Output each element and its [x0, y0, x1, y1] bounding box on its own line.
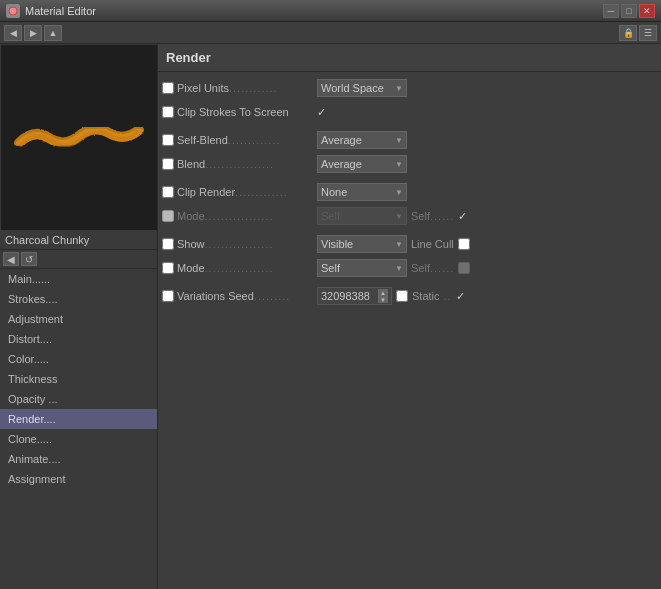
ctrl-show: Visible ▼ Line Cull — [317, 235, 657, 253]
toolbar-up-arrow[interactable]: ▲ — [44, 25, 62, 41]
check-mode2[interactable] — [162, 262, 174, 274]
mode-checkmark: ✓ — [458, 210, 467, 223]
label-clip-strokes: Clip Strokes To Screen — [162, 106, 317, 118]
chevron-down-icon: ▼ — [395, 84, 403, 93]
sidebar-item-adjustment[interactable]: Adjustment — [0, 309, 157, 329]
sidebar-item-assignment[interactable]: Assignment — [0, 469, 157, 489]
check-mode2-right[interactable] — [458, 262, 470, 274]
sidebar-item-main[interactable]: Main...... — [0, 269, 157, 289]
label-clip-render: Clip Render............. — [162, 186, 317, 198]
minimize-button[interactable]: ─ — [603, 4, 619, 18]
ctrl-pixel-units: World Space ▼ — [317, 79, 657, 97]
static-checkmark: ✓ — [456, 290, 465, 303]
toolbar-lock[interactable]: 🔒 — [619, 25, 637, 41]
num-spinner: ▲ ▼ — [378, 289, 388, 303]
check-show[interactable] — [162, 238, 174, 250]
chevron-down-icon-2: ▼ — [395, 136, 403, 145]
seed-right: Static .. ✓ — [396, 290, 657, 303]
svg-point-5 — [68, 137, 71, 140]
window-title: Material Editor — [25, 5, 603, 17]
num-value: 32098388 — [321, 290, 370, 302]
row-mode2: Mode................. Self ▼ Self...... — [162, 258, 657, 278]
svg-point-3 — [43, 139, 46, 142]
check-pixel-units[interactable] — [162, 82, 174, 94]
label-self-blend: Self-Blend............. — [162, 134, 317, 146]
label-variations-seed: Variations Seed......... — [162, 290, 317, 302]
static-label: Static — [412, 290, 440, 302]
nav-list: Main...... Strokes.... Adjustment Distor… — [0, 269, 157, 589]
sidebar-item-animate[interactable]: Animate.... — [0, 449, 157, 469]
svg-point-4 — [53, 145, 55, 147]
label-pixel-units: Pixel Units............ — [162, 82, 317, 94]
ctrl-self-blend: Average ▼ — [317, 131, 657, 149]
dropdown-self-blend[interactable]: Average ▼ — [317, 131, 407, 149]
panel-header: Render — [158, 44, 661, 72]
chevron-down-icon-4: ▼ — [395, 188, 403, 197]
dropdown-clip-render[interactable]: None ▼ — [317, 183, 407, 201]
right-panel: Render Pixel Units............ World Spa… — [158, 44, 661, 589]
row-pixel-units: Pixel Units............ World Space ▼ — [162, 78, 657, 98]
clip-strokes-checkmark: ✓ — [317, 106, 326, 119]
label-mode: Mode................. — [162, 210, 317, 222]
dropdown-pixel-units[interactable]: World Space ▼ — [317, 79, 407, 97]
check-blend[interactable] — [162, 158, 174, 170]
sidebar-item-distort[interactable]: Distort.... — [0, 329, 157, 349]
dropdown-mode2[interactable]: Self ▼ — [317, 259, 407, 277]
ctrl-mode2: Self ▼ Self...... — [317, 259, 657, 277]
dropdown-mode: Self ▼ — [317, 207, 407, 225]
dropdown-blend[interactable]: Average ▼ — [317, 155, 407, 173]
material-name: Charcoal Chunky — [0, 231, 157, 250]
row-blend: Blend................. Average ▼ — [162, 154, 657, 174]
check-line-cull[interactable] — [458, 238, 470, 250]
svg-point-6 — [83, 132, 85, 134]
row-self-blend: Self-Blend............. Average ▼ — [162, 130, 657, 150]
mode2-right-label: Self...... — [411, 262, 454, 274]
preview-stroke — [9, 108, 149, 168]
mode-right: Self...... ✓ — [411, 210, 657, 223]
ctrl-mode: Self ▼ Self...... ✓ — [317, 207, 657, 225]
row-clip-strokes: Clip Strokes To Screen ✓ — [162, 102, 657, 122]
spin-up[interactable]: ▲ — [378, 289, 388, 296]
main-layout: Charcoal Chunky ◀ ↺ Main...... Strokes..… — [0, 44, 661, 589]
sidebar-item-render[interactable]: Render.... — [0, 409, 157, 429]
app-icon — [6, 4, 20, 18]
label-blend: Blend................. — [162, 158, 317, 170]
dropdown-show[interactable]: Visible ▼ — [317, 235, 407, 253]
row-show: Show................. Visible ▼ Line Cul… — [162, 234, 657, 254]
check-mode[interactable] — [162, 210, 174, 222]
left-panel-refresh[interactable]: ↺ — [21, 252, 37, 266]
toolbar-menu[interactable]: ☰ — [639, 25, 657, 41]
chevron-down-icon-5: ▼ — [395, 212, 403, 221]
check-variations-seed[interactable] — [162, 290, 174, 302]
svg-point-8 — [113, 135, 115, 137]
sidebar-item-opacity[interactable]: Opacity ... — [0, 389, 157, 409]
preview-area — [1, 45, 157, 230]
mode2-right: Self...... — [411, 262, 657, 274]
toolbar: ◀ ▶ ▲ 🔒 ☰ — [0, 22, 661, 44]
sidebar-item-clone[interactable]: Clone..... — [0, 429, 157, 449]
chevron-down-icon-3: ▼ — [395, 160, 403, 169]
label-show: Show................. — [162, 238, 317, 250]
num-variations-seed: 32098388 ▲ ▼ — [317, 287, 392, 305]
maximize-button[interactable]: □ — [621, 4, 637, 18]
chevron-down-icon-7: ▼ — [395, 264, 403, 273]
sidebar-item-color[interactable]: Color..... — [0, 349, 157, 369]
close-button[interactable]: ✕ — [639, 4, 655, 18]
check-clip-strokes[interactable] — [162, 106, 174, 118]
toolbar-left-arrow[interactable]: ◀ — [4, 25, 22, 41]
sidebar-item-strokes[interactable]: Strokes.... — [0, 289, 157, 309]
left-panel-controls: ◀ ↺ — [0, 250, 157, 269]
spin-down[interactable]: ▼ — [378, 296, 388, 303]
toolbar-right-arrow[interactable]: ▶ — [24, 25, 42, 41]
left-panel: Charcoal Chunky ◀ ↺ Main...... Strokes..… — [0, 44, 158, 589]
line-cull-label: Line Cull — [411, 238, 454, 250]
ctrl-blend: Average ▼ — [317, 155, 657, 173]
sidebar-item-thickness[interactable]: Thickness — [0, 369, 157, 389]
check-static-left[interactable] — [396, 290, 408, 302]
svg-point-1 — [23, 138, 26, 141]
left-panel-arrow[interactable]: ◀ — [3, 252, 19, 266]
window-controls: ─ □ ✕ — [603, 4, 655, 18]
check-self-blend[interactable] — [162, 134, 174, 146]
row-clip-render: Clip Render............. None ▼ — [162, 182, 657, 202]
check-clip-render[interactable] — [162, 186, 174, 198]
